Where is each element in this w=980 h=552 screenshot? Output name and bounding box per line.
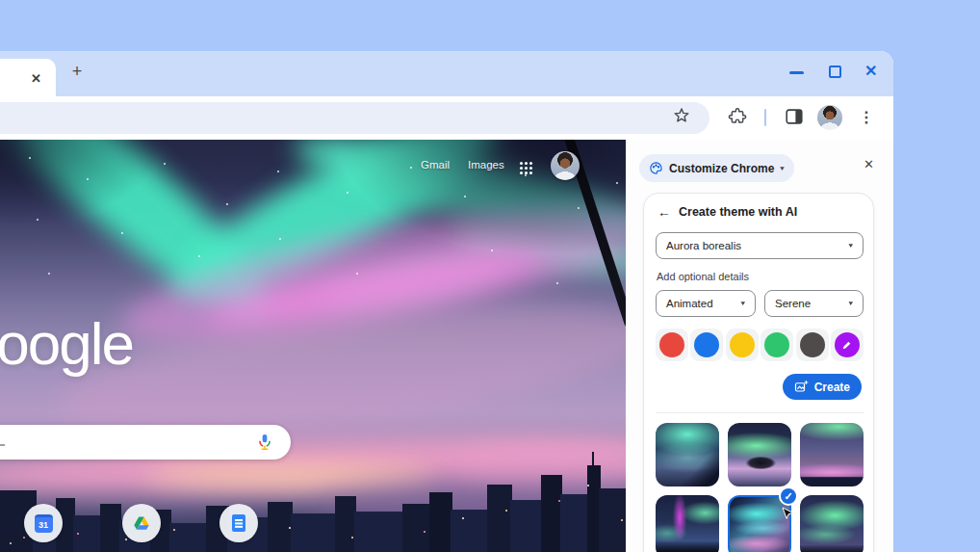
window-maximize-button[interactable] [829, 66, 841, 78]
google-logo: Google [0, 309, 133, 378]
calendar-icon: 31 [35, 514, 53, 533]
selected-check-badge: ✓ [779, 486, 798, 506]
color-swatch-row [656, 329, 864, 361]
palette-icon [649, 161, 663, 175]
apps-grid-icon[interactable] [520, 162, 523, 165]
bookmark-star-icon[interactable] [672, 106, 691, 125]
city-skyline [0, 460, 626, 552]
create-button-label: Create [814, 381, 850, 394]
shortcut-calendar[interactable]: 31 [24, 504, 63, 542]
back-arrow-icon[interactable]: ← [658, 205, 671, 219]
panel-close-icon[interactable]: ✕ [864, 157, 874, 171]
stars [29, 157, 31, 159]
google-new-tab-page: Gmail Images Google 31 [0, 140, 626, 552]
customize-chrome-panel: Customize Chrome ▾ ✕ ← Create theme with… [626, 140, 893, 552]
pencil-icon [841, 340, 852, 351]
tab-strip: ✕ + ✕ [0, 51, 893, 96]
chevron-down-icon: ▾ [848, 242, 853, 250]
theme-thumbnail-selected[interactable]: ✓ [728, 495, 791, 552]
browser-toolbar: ⋮ [0, 96, 893, 140]
images-link[interactable]: Images [468, 159, 504, 171]
card-title: Create theme with AI [679, 205, 797, 219]
browser-window: ✕ + ✕ [0, 51, 893, 552]
theme-thumbnail[interactable] [656, 423, 719, 486]
card-header: ← Create theme with AI [658, 205, 797, 219]
optional-details-label: Add optional details [657, 271, 749, 282]
window-minimize-button[interactable] [789, 71, 804, 74]
mouse-cursor [782, 507, 794, 523]
google-account-avatar[interactable] [551, 151, 580, 180]
city-lights [10, 542, 12, 544]
color-swatch-green[interactable] [761, 329, 793, 361]
theme-thumbnail[interactable] [656, 495, 719, 552]
create-theme-card: ← Create theme with AI Aurora borealis ▾… [643, 193, 874, 552]
theme-subject-select[interactable]: Aurora borealis ▾ [656, 232, 864, 259]
chevron-down-icon: ▾ [848, 300, 853, 307]
panel-title: Customize Chrome [669, 162, 774, 175]
gmail-link[interactable]: Gmail [421, 159, 450, 171]
color-swatch-blue[interactable] [690, 329, 723, 361]
side-panel-icon[interactable] [784, 106, 805, 127]
chevron-down-icon: ▾ [740, 300, 745, 307]
search-text-caret [0, 444, 5, 446]
style-select[interactable]: Animated ▾ [656, 290, 756, 317]
mood-select[interactable]: Serene ▾ [764, 290, 864, 317]
docs-icon [232, 514, 245, 532]
window-close-button[interactable]: ✕ [864, 62, 877, 80]
active-tab[interactable]: ✕ [0, 59, 56, 96]
color-swatch-gray[interactable] [796, 329, 829, 361]
search-input[interactable] [0, 425, 291, 460]
toolbar-divider [764, 109, 766, 126]
create-image-icon [794, 380, 809, 394]
voice-search-mic-icon[interactable] [256, 434, 273, 451]
style-value: Animated [666, 298, 713, 309]
mood-value: Serene [775, 298, 811, 309]
create-button[interactable]: Create [783, 374, 862, 400]
shortcut-docs[interactable] [219, 504, 258, 542]
chevron-down-icon: ▾ [780, 165, 785, 172]
theme-thumbnail[interactable] [800, 423, 864, 486]
window-content: Gmail Images Google 31 [0, 140, 893, 552]
customize-chrome-dropdown[interactable]: Customize Chrome ▾ [639, 154, 794, 182]
custom-color-swatch[interactable] [831, 329, 864, 361]
theme-thumbnail-grid: ✓ [656, 423, 864, 552]
address-bar[interactable] [0, 102, 709, 134]
theme-subject-value: Aurora borealis [666, 240, 741, 251]
theme-thumbnail[interactable] [728, 423, 791, 486]
extensions-icon[interactable] [727, 106, 748, 127]
shortcut-drive[interactable] [122, 504, 161, 542]
color-swatch-yellow[interactable] [726, 329, 759, 361]
drive-icon [132, 514, 151, 533]
color-swatch-red[interactable] [656, 329, 688, 361]
card-divider [656, 412, 864, 413]
new-tab-button[interactable]: + [66, 61, 88, 82]
menu-dots-icon[interactable]: ⋮ [859, 105, 874, 130]
theme-thumbnail[interactable] [800, 495, 864, 552]
tab-close-icon[interactable]: ✕ [31, 71, 41, 86]
desktop-background: ✕ + ✕ [0, 0, 980, 552]
profile-avatar[interactable] [817, 105, 842, 130]
